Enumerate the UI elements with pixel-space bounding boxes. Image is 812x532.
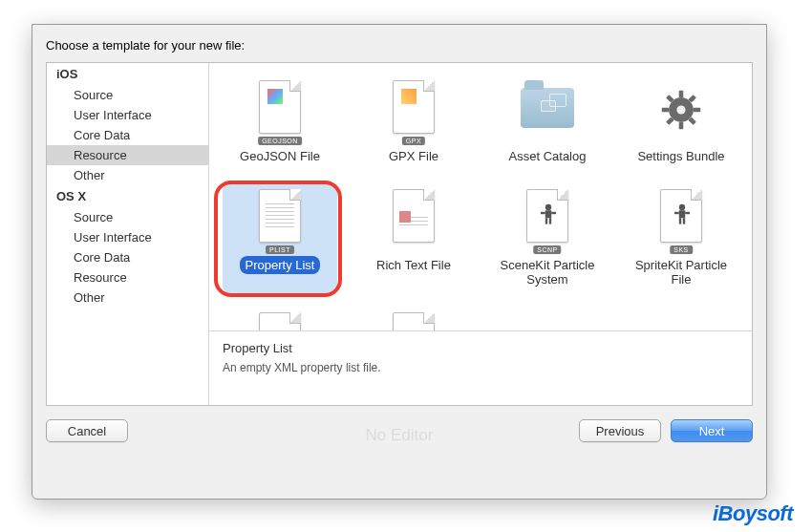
dialog-content: iOS Source User Interface Core Data Reso… xyxy=(46,62,753,406)
template-label: Property List xyxy=(240,256,321,275)
file-icon: SKS xyxy=(651,187,712,252)
sidebar-item-core-data[interactable]: Core Data xyxy=(47,125,208,145)
sidebar-item-source[interactable]: Source xyxy=(47,85,208,105)
template-settings-bundle[interactable]: Settings Bundle xyxy=(624,73,738,172)
gear-icon xyxy=(651,78,712,143)
template-description: Property List An empty XML property list… xyxy=(209,330,752,405)
svg-rect-5 xyxy=(541,211,545,213)
template-label: GPX File xyxy=(383,147,444,166)
description-body: An empty XML property list file. xyxy=(223,361,738,374)
svg-rect-14 xyxy=(683,218,685,223)
sidebar: iOS Source User Interface Core Data Reso… xyxy=(47,63,209,405)
template-asset-catalog[interactable]: Asset Catalog xyxy=(490,73,605,172)
template-rich-text[interactable]: Rich Text File xyxy=(356,181,471,295)
template-row-partial xyxy=(223,305,738,330)
template-partial[interactable] xyxy=(223,305,337,330)
sidebar-category-ios: iOS xyxy=(47,63,208,85)
template-label: Settings Bundle xyxy=(631,147,730,166)
svg-rect-13 xyxy=(679,218,681,223)
sidebar-category-osx: OS X xyxy=(47,185,208,207)
template-grid: GEOJSON GeoJSON File GPX GPX File xyxy=(209,63,752,330)
sidebar-item-osx-resource[interactable]: Resource xyxy=(47,267,208,287)
file-icon: PLIST xyxy=(249,187,310,252)
sidebar-item-user-interface[interactable]: User Interface xyxy=(47,105,208,125)
template-partial[interactable] xyxy=(356,305,471,330)
template-geojson[interactable]: GEOJSON GeoJSON File xyxy=(223,73,337,172)
svg-point-3 xyxy=(545,203,551,209)
svg-rect-7 xyxy=(545,218,547,223)
file-icon xyxy=(383,310,444,330)
template-scenekit-particle[interactable]: SCNP SceneKit Particle System xyxy=(490,181,605,295)
svg-rect-1 xyxy=(679,91,684,97)
svg-point-9 xyxy=(679,203,685,209)
watermark: iBoysoft xyxy=(713,501,793,526)
template-label: SceneKit Particle System xyxy=(494,256,601,289)
sidebar-item-osx-user-interface[interactable]: User Interface xyxy=(47,227,208,247)
folder-icon xyxy=(517,78,578,143)
svg-rect-10 xyxy=(679,210,685,218)
file-icon: GPX xyxy=(383,78,444,143)
svg-rect-12 xyxy=(685,211,690,213)
file-icon xyxy=(383,187,444,252)
new-file-dialog: Choose a template for your new file: iOS… xyxy=(32,24,767,500)
file-icon: SCNP xyxy=(517,187,578,252)
template-label: Asset Catalog xyxy=(503,147,592,166)
sidebar-item-osx-other[interactable]: Other xyxy=(47,287,208,308)
template-label: SpriteKit Particle File xyxy=(628,256,735,289)
template-label: GeoJSON File xyxy=(234,147,326,166)
svg-rect-6 xyxy=(551,211,556,213)
file-icon xyxy=(249,310,310,330)
description-title: Property List xyxy=(223,341,738,355)
sidebar-item-resource[interactable]: Resource xyxy=(47,145,208,165)
template-row: PLIST Property List Rich Text File xyxy=(223,181,738,295)
template-label: Rich Text File xyxy=(371,256,457,275)
dialog-prompt: Choose a template for your new file: xyxy=(32,25,766,62)
sidebar-item-osx-source[interactable]: Source xyxy=(47,207,208,227)
file-icon: GEOJSON xyxy=(249,78,310,143)
button-bar: Cancel Previous Next xyxy=(32,406,766,456)
previous-button[interactable]: Previous xyxy=(579,419,661,442)
template-row: GEOJSON GeoJSON File GPX GPX File xyxy=(223,73,738,172)
sidebar-item-other[interactable]: Other xyxy=(47,165,208,185)
template-gpx[interactable]: GPX GPX File xyxy=(356,73,471,172)
template-spritekit-particle[interactable]: SKS SpriteKit Particle File xyxy=(624,181,738,295)
template-property-list[interactable]: PLIST Property List xyxy=(223,181,337,295)
cancel-button[interactable]: Cancel xyxy=(46,419,128,442)
next-button[interactable]: Next xyxy=(671,419,753,442)
svg-rect-8 xyxy=(549,218,551,223)
svg-rect-11 xyxy=(674,211,679,213)
svg-rect-4 xyxy=(545,210,551,218)
svg-point-2 xyxy=(676,105,685,114)
sidebar-item-osx-core-data[interactable]: Core Data xyxy=(47,247,208,267)
main-area: GEOJSON GeoJSON File GPX GPX File xyxy=(209,63,752,405)
